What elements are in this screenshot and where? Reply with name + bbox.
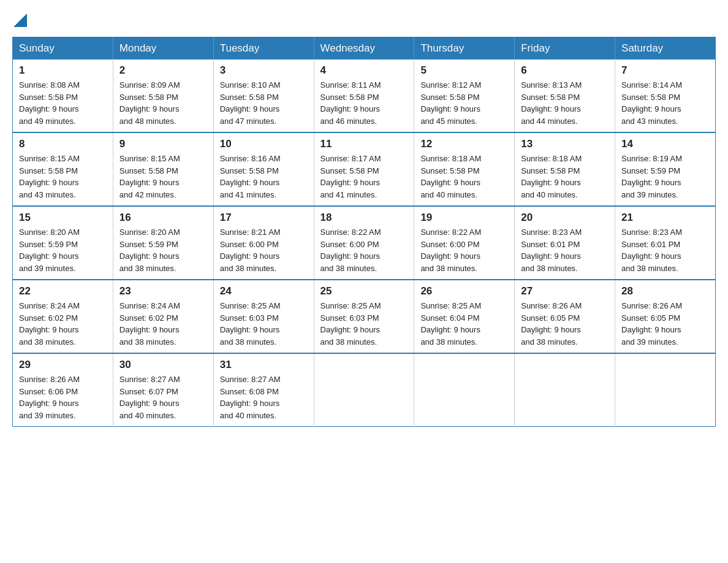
day-info: Sunrise: 8:09 AM Sunset: 5:58 PM Dayligh… — [119, 79, 207, 127]
calendar-cell-w2-d5: 12 Sunrise: 8:18 AM Sunset: 5:58 PM Dayl… — [414, 132, 515, 206]
calendar-cell-w1-d5: 5 Sunrise: 8:12 AM Sunset: 5:58 PM Dayli… — [414, 59, 515, 132]
day-number: 2 — [119, 64, 207, 77]
day-info: Sunrise: 8:26 AM Sunset: 6:05 PM Dayligh… — [521, 300, 609, 348]
day-number: 19 — [420, 212, 508, 224]
day-info: Sunrise: 8:11 AM Sunset: 5:58 PM Dayligh… — [320, 79, 408, 127]
day-info: Sunrise: 8:17 AM Sunset: 5:58 PM Dayligh… — [320, 153, 408, 201]
day-info: Sunrise: 8:10 AM Sunset: 5:58 PM Dayligh… — [220, 79, 308, 127]
calendar-cell-w2-d1: 8 Sunrise: 8:15 AM Sunset: 5:58 PM Dayli… — [13, 132, 113, 206]
header-saturday: Saturday — [615, 37, 716, 60]
day-number: 30 — [119, 359, 207, 371]
day-info: Sunrise: 8:25 AM Sunset: 6:04 PM Dayligh… — [420, 300, 508, 348]
day-number: 23 — [119, 285, 207, 297]
calendar-cell-w4-d1: 22 Sunrise: 8:24 AM Sunset: 6:02 PM Dayl… — [13, 280, 113, 353]
calendar-cell-w3-d6: 20 Sunrise: 8:23 AM Sunset: 6:01 PM Dayl… — [515, 206, 615, 280]
header-friday: Friday — [515, 37, 615, 60]
day-info: Sunrise: 8:26 AM Sunset: 6:05 PM Dayligh… — [621, 300, 709, 348]
day-number: 8 — [19, 138, 107, 150]
day-number: 27 — [521, 285, 609, 297]
day-number: 11 — [320, 138, 408, 150]
day-number: 28 — [621, 285, 709, 297]
day-number: 4 — [320, 64, 408, 77]
header-sunday: Sunday — [13, 37, 113, 60]
day-info: Sunrise: 8:24 AM Sunset: 6:02 PM Dayligh… — [19, 300, 107, 348]
calendar-cell-w4-d4: 25 Sunrise: 8:25 AM Sunset: 6:03 PM Dayl… — [314, 280, 414, 353]
day-info: Sunrise: 8:24 AM Sunset: 6:02 PM Dayligh… — [119, 300, 207, 348]
day-info: Sunrise: 8:23 AM Sunset: 6:01 PM Dayligh… — [621, 226, 709, 274]
day-info: Sunrise: 8:23 AM Sunset: 6:01 PM Dayligh… — [521, 226, 609, 274]
calendar-cell-w2-d3: 10 Sunrise: 8:16 AM Sunset: 5:58 PM Dayl… — [213, 132, 314, 206]
calendar-cell-w5-d7 — [615, 353, 716, 427]
calendar-cell-w2-d2: 9 Sunrise: 8:15 AM Sunset: 5:58 PM Dayli… — [113, 132, 213, 206]
calendar-cell-w3-d2: 16 Sunrise: 8:20 AM Sunset: 5:59 PM Dayl… — [113, 206, 213, 280]
header-wednesday: Wednesday — [314, 37, 414, 60]
day-number: 10 — [220, 138, 308, 150]
calendar-cell-w2-d6: 13 Sunrise: 8:18 AM Sunset: 5:58 PM Dayl… — [515, 132, 615, 206]
day-info: Sunrise: 8:12 AM Sunset: 5:58 PM Dayligh… — [420, 79, 508, 127]
calendar-cell-w3-d5: 19 Sunrise: 8:22 AM Sunset: 6:00 PM Dayl… — [414, 206, 515, 280]
logo — [12, 12, 27, 27]
calendar-cell-w4-d2: 23 Sunrise: 8:24 AM Sunset: 6:02 PM Dayl… — [113, 280, 213, 353]
day-number: 1 — [19, 64, 107, 77]
day-info: Sunrise: 8:20 AM Sunset: 5:59 PM Dayligh… — [119, 226, 207, 274]
day-number: 18 — [320, 212, 408, 224]
calendar-cell-w3-d7: 21 Sunrise: 8:23 AM Sunset: 6:01 PM Dayl… — [615, 206, 716, 280]
header-thursday: Thursday — [414, 37, 515, 60]
day-info: Sunrise: 8:15 AM Sunset: 5:58 PM Dayligh… — [19, 153, 107, 201]
day-number: 13 — [521, 138, 609, 150]
day-number: 31 — [220, 359, 308, 371]
week-row-5: 29 Sunrise: 8:26 AM Sunset: 6:06 PM Dayl… — [13, 353, 716, 427]
day-number: 25 — [320, 285, 408, 297]
day-number: 29 — [19, 359, 107, 371]
day-number: 24 — [220, 285, 308, 297]
week-row-3: 15 Sunrise: 8:20 AM Sunset: 5:59 PM Dayl… — [13, 206, 716, 280]
day-number: 22 — [19, 285, 107, 297]
calendar-cell-w4-d3: 24 Sunrise: 8:25 AM Sunset: 6:03 PM Dayl… — [213, 280, 314, 353]
calendar-cell-w3-d3: 17 Sunrise: 8:21 AM Sunset: 6:00 PM Dayl… — [213, 206, 314, 280]
day-number: 5 — [420, 64, 508, 77]
calendar-cell-w4-d7: 28 Sunrise: 8:26 AM Sunset: 6:05 PM Dayl… — [615, 280, 716, 353]
svg-marker-0 — [13, 13, 27, 27]
day-number: 9 — [119, 138, 207, 150]
calendar-cell-w5-d2: 30 Sunrise: 8:27 AM Sunset: 6:07 PM Dayl… — [113, 353, 213, 427]
calendar-cell-w1-d2: 2 Sunrise: 8:09 AM Sunset: 5:58 PM Dayli… — [113, 59, 213, 132]
day-number: 14 — [621, 138, 709, 150]
calendar-cell-w2-d4: 11 Sunrise: 8:17 AM Sunset: 5:58 PM Dayl… — [314, 132, 414, 206]
calendar-cell-w1-d7: 7 Sunrise: 8:14 AM Sunset: 5:58 PM Dayli… — [615, 59, 716, 132]
day-info: Sunrise: 8:22 AM Sunset: 6:00 PM Dayligh… — [320, 226, 408, 274]
day-number: 7 — [621, 64, 709, 77]
calendar-cell-w5-d4 — [314, 353, 414, 427]
calendar-cell-w3-d4: 18 Sunrise: 8:22 AM Sunset: 6:00 PM Dayl… — [314, 206, 414, 280]
day-number: 3 — [220, 64, 308, 77]
day-info: Sunrise: 8:19 AM Sunset: 5:59 PM Dayligh… — [621, 153, 709, 201]
calendar-cell-w5-d3: 31 Sunrise: 8:27 AM Sunset: 6:08 PM Dayl… — [213, 353, 314, 427]
day-info: Sunrise: 8:21 AM Sunset: 6:00 PM Dayligh… — [220, 226, 308, 274]
day-info: Sunrise: 8:13 AM Sunset: 5:58 PM Dayligh… — [521, 79, 609, 127]
calendar-cell-w3-d1: 15 Sunrise: 8:20 AM Sunset: 5:59 PM Dayl… — [13, 206, 113, 280]
day-info: Sunrise: 8:26 AM Sunset: 6:06 PM Dayligh… — [19, 373, 107, 421]
day-info: Sunrise: 8:22 AM Sunset: 6:00 PM Dayligh… — [420, 226, 508, 274]
calendar-cell-w1-d3: 3 Sunrise: 8:10 AM Sunset: 5:58 PM Dayli… — [213, 59, 314, 132]
day-info: Sunrise: 8:18 AM Sunset: 5:58 PM Dayligh… — [420, 153, 508, 201]
day-number: 21 — [621, 212, 709, 224]
calendar-cell-w5-d1: 29 Sunrise: 8:26 AM Sunset: 6:06 PM Dayl… — [13, 353, 113, 427]
day-info: Sunrise: 8:20 AM Sunset: 5:59 PM Dayligh… — [19, 226, 107, 274]
day-info: Sunrise: 8:27 AM Sunset: 6:07 PM Dayligh… — [119, 373, 207, 421]
day-number: 16 — [119, 212, 207, 224]
day-info: Sunrise: 8:18 AM Sunset: 5:58 PM Dayligh… — [521, 153, 609, 201]
calendar-cell-w4-d6: 27 Sunrise: 8:26 AM Sunset: 6:05 PM Dayl… — [515, 280, 615, 353]
day-info: Sunrise: 8:08 AM Sunset: 5:58 PM Dayligh… — [19, 79, 107, 127]
day-info: Sunrise: 8:27 AM Sunset: 6:08 PM Dayligh… — [220, 373, 308, 421]
day-number: 20 — [521, 212, 609, 224]
header-tuesday: Tuesday — [213, 37, 314, 60]
calendar-table: SundayMondayTuesdayWednesdayThursdayFrid… — [12, 37, 716, 427]
calendar-cell-w5-d6 — [515, 353, 615, 427]
calendar-cell-w1-d4: 4 Sunrise: 8:11 AM Sunset: 5:58 PM Dayli… — [314, 59, 414, 132]
day-info: Sunrise: 8:25 AM Sunset: 6:03 PM Dayligh… — [320, 300, 408, 348]
calendar-cell-w2-d7: 14 Sunrise: 8:19 AM Sunset: 5:59 PM Dayl… — [615, 132, 716, 206]
week-row-4: 22 Sunrise: 8:24 AM Sunset: 6:02 PM Dayl… — [13, 280, 716, 353]
day-number: 17 — [220, 212, 308, 224]
day-info: Sunrise: 8:25 AM Sunset: 6:03 PM Dayligh… — [220, 300, 308, 348]
header-monday: Monday — [113, 37, 213, 60]
day-number: 15 — [19, 212, 107, 224]
